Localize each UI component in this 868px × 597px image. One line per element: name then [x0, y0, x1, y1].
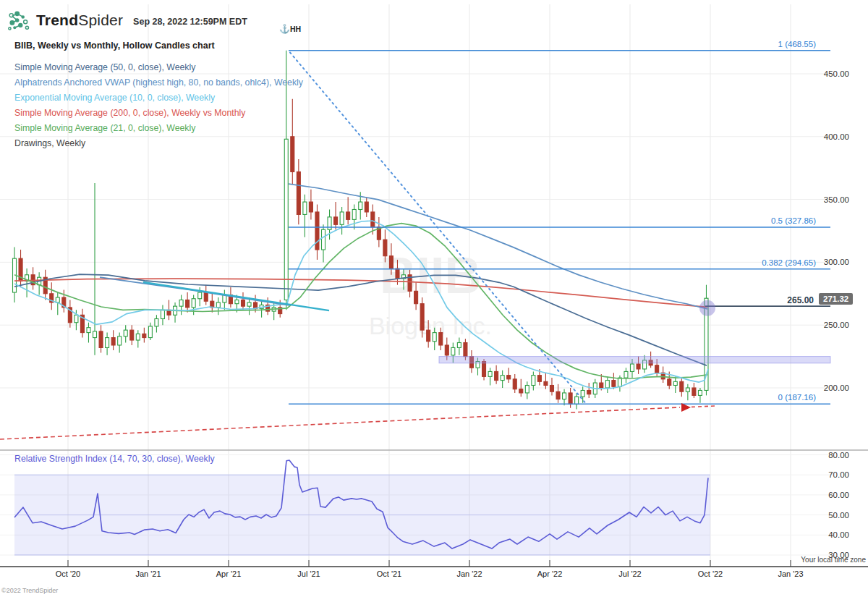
candle[interactable] [563, 393, 566, 399]
candle[interactable] [198, 292, 202, 299]
candle[interactable] [247, 302, 251, 306]
x-axis-label[interactable]: Apr '22 [537, 570, 563, 578]
price-axis-label[interactable]: 200.00 [824, 384, 849, 392]
candle[interactable] [161, 310, 164, 318]
candle[interactable] [464, 343, 467, 357]
x-axis-label[interactable]: Oct '21 [377, 570, 402, 578]
price-axis-label[interactable]: 350.00 [824, 195, 849, 204]
highest-high-anchor[interactable]: ⚓HH [279, 24, 301, 34]
candle[interactable] [56, 297, 59, 302]
price-level-265-label[interactable]: 265.00 [752, 295, 814, 305]
candle[interactable] [519, 389, 523, 393]
candle[interactable] [618, 378, 621, 386]
x-axis-label[interactable]: Oct '20 [56, 570, 81, 578]
resistance-zone-band[interactable] [439, 357, 830, 363]
candle[interactable] [216, 302, 220, 308]
candle[interactable] [334, 217, 338, 224]
x-axis-label[interactable]: Jul '21 [297, 570, 320, 578]
candle[interactable] [451, 347, 455, 355]
price-axis-label[interactable]: 300.00 [824, 258, 849, 266]
candle[interactable] [525, 386, 529, 393]
rsi-axis-label[interactable]: 60.00 [828, 491, 849, 499]
candle[interactable] [513, 379, 516, 389]
candle[interactable] [87, 328, 90, 333]
candle[interactable] [698, 390, 702, 395]
brand-wordmark[interactable]: TrendSpider [36, 12, 123, 29]
candle[interactable] [186, 300, 190, 307]
candle[interactable] [550, 386, 553, 392]
candle[interactable] [383, 240, 387, 256]
candle[interactable] [537, 376, 541, 382]
candle[interactable] [600, 383, 603, 388]
candle[interactable] [433, 333, 436, 342]
candle[interactable] [93, 331, 97, 338]
rsi-axis-label[interactable]: 50.00 [828, 511, 849, 520]
legend-item[interactable]: Drawings, Weekly [14, 136, 303, 151]
candle[interactable] [340, 212, 344, 224]
candle[interactable] [445, 345, 448, 355]
candle[interactable] [148, 326, 152, 338]
candle[interactable] [192, 299, 195, 308]
candle[interactable] [488, 371, 492, 376]
candle[interactable] [655, 365, 659, 373]
candle[interactable] [365, 202, 368, 212]
x-axis-label[interactable]: Jan '21 [135, 570, 161, 578]
x-axis-label[interactable]: Oct '22 [698, 570, 723, 578]
candle[interactable] [439, 333, 443, 345]
legend-item[interactable]: Exponential Moving Average (10, 0, close… [14, 90, 303, 106]
candle[interactable] [507, 376, 511, 379]
timezone-note[interactable]: Your local time zone [801, 556, 866, 564]
x-axis-label[interactable]: Jul '22 [618, 570, 641, 578]
candle[interactable] [612, 381, 616, 387]
candle[interactable] [396, 268, 399, 279]
candle[interactable] [322, 229, 326, 250]
candle[interactable] [111, 338, 115, 345]
candle[interactable] [544, 381, 548, 385]
legend-item[interactable]: Alphatrends Anchored VWAP (highest high,… [14, 75, 303, 90]
candle[interactable] [532, 376, 535, 386]
candle[interactable] [680, 381, 684, 391]
rsi-legend-label[interactable]: Relative Strength Index (14, 70, 30, clo… [14, 454, 215, 464]
rsi-axis-label[interactable]: 70.00 [828, 470, 849, 479]
candle[interactable] [569, 393, 572, 405]
legend-item[interactable]: Simple Moving Average (21, 0, close), We… [14, 121, 303, 136]
candle[interactable] [309, 202, 312, 212]
candle[interactable] [427, 330, 430, 342]
candle[interactable] [605, 381, 609, 388]
candle[interactable] [457, 343, 461, 348]
candle[interactable] [241, 300, 244, 306]
candle[interactable] [155, 319, 158, 326]
candle[interactable] [371, 212, 375, 227]
candle[interactable] [673, 381, 677, 385]
candle[interactable] [587, 390, 591, 394]
candle[interactable] [637, 364, 640, 369]
price-axis-label[interactable]: 250.00 [824, 321, 849, 329]
confluence-circle-marker[interactable] [699, 300, 715, 316]
candle[interactable] [624, 371, 628, 378]
x-axis-label[interactable]: Apr '21 [216, 570, 242, 578]
candle[interactable] [303, 202, 307, 214]
price-axis-label[interactable]: 400.00 [824, 132, 849, 141]
candle[interactable] [686, 388, 689, 391]
candle[interactable] [204, 292, 208, 301]
candle[interactable] [359, 202, 362, 209]
candle[interactable] [235, 300, 239, 303]
candle[interactable] [118, 336, 122, 345]
candle[interactable] [352, 209, 356, 219]
candle[interactable] [99, 331, 103, 348]
candle[interactable] [297, 172, 300, 214]
candle[interactable] [575, 397, 579, 404]
trendspider-logo-icon[interactable] [6, 9, 32, 32]
candle[interactable] [179, 300, 183, 306]
rsi-axis-label[interactable]: 40.00 [828, 530, 849, 539]
price-axis-label[interactable]: 450.00 [824, 69, 849, 78]
candle[interactable] [130, 330, 134, 340]
x-axis-label[interactable]: Jan '22 [456, 570, 482, 578]
candle[interactable] [106, 338, 109, 348]
legend-item[interactable]: Simple Moving Average (200, 0, close), W… [14, 106, 303, 121]
candle[interactable] [136, 334, 140, 340]
rsi-axis-label[interactable]: 80.00 [828, 451, 849, 460]
candle[interactable] [501, 376, 504, 381]
candle[interactable] [556, 391, 560, 399]
candle[interactable] [284, 139, 288, 300]
